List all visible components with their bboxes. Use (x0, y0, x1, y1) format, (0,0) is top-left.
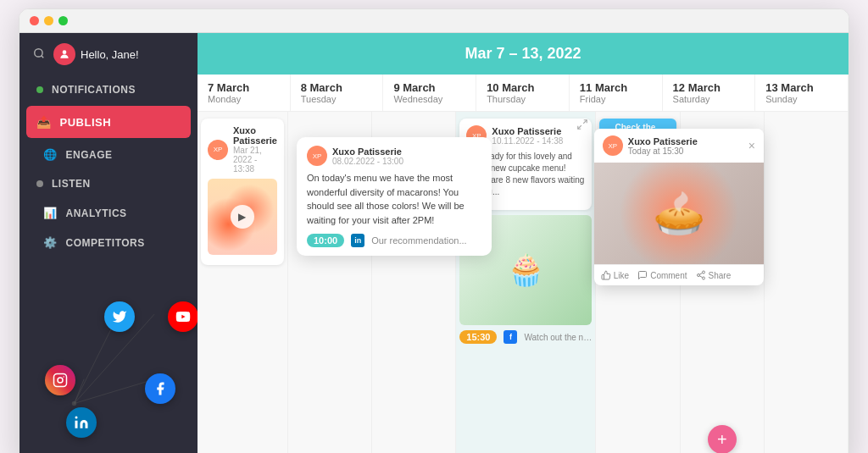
notifications-label: NOTIFICATIONS (52, 84, 136, 96)
sidebar-item-listen[interactable]: LISTEN (19, 169, 198, 198)
day-num-5: 12 March (673, 81, 745, 94)
twitter-icon[interactable] (104, 301, 135, 332)
competitors-icon: ⚙️ (43, 236, 58, 249)
fb-avatar: XP (603, 135, 623, 156)
float-card-header: XP Xuxo Patisserie 08.02.2022 - 13:00 (307, 146, 481, 166)
avatar-xuxo: XP (208, 140, 228, 160)
like-label: Like (614, 271, 629, 280)
day-num-0: 7 March (208, 81, 280, 94)
minimize-dot[interactable] (44, 16, 53, 25)
day-header-6: 13 March Sunday (755, 75, 849, 111)
notifications-dot (36, 86, 43, 93)
play-button[interactable]: ▶ (231, 205, 254, 229)
youtube-icon[interactable] (168, 301, 198, 332)
close-dot[interactable] (30, 16, 39, 25)
engage-label: ENGAGE (66, 149, 113, 161)
fb-comment-btn[interactable]: Comment (637, 270, 687, 280)
day-header-0: 7 March Monday (198, 75, 291, 111)
calendar-body: XP Xuxo Patisserie Mar 21, 2022 - 13:38 … (198, 112, 849, 453)
day-col-saturday: XP Xuxo Patisserie Today at 15:30 × 🥧 (681, 112, 765, 453)
float-card-text: On today's menu we have the most wonderf… (307, 171, 481, 227)
user-avatar (53, 43, 75, 65)
float-post-card[interactable]: XP Xuxo Patisserie 08.02.2022 - 13:00 On… (297, 137, 492, 256)
day-num-1: 8 March (301, 81, 373, 94)
add-post-button[interactable]: + (708, 425, 737, 453)
post-card-cake[interactable]: XP Xuxo Patisserie Mar 21, 2022 - 13:38 … (201, 119, 284, 265)
day-name-0: Monday (208, 94, 280, 104)
day-num-6: 13 March (765, 81, 837, 94)
sidebar-item-notifications[interactable]: NOTIFICATIONS (19, 75, 198, 104)
search-icon[interactable] (33, 47, 45, 62)
day-header-2: 9 March Wednesday (383, 75, 476, 111)
svg-point-17 (697, 274, 699, 277)
day-name-3: Thursday (487, 94, 559, 104)
calendar-header: Mar 7 – 13, 2022 (198, 33, 849, 75)
main-content: Mar 7 – 13, 2022 7 March Monday 8 March … (198, 33, 849, 453)
fb-badge-label: Watch out the new c... (524, 333, 592, 342)
day-header-3: 10 March Thursday (476, 75, 570, 111)
fb-preview-card: XP Xuxo Patisserie Today at 15:30 × 🥧 (594, 129, 764, 285)
day-name-1: Tuesday (301, 94, 373, 104)
sidebar-item-competitors[interactable]: ⚙️ COMPETITORS (19, 228, 198, 257)
svg-rect-9 (54, 374, 67, 387)
analytics-icon: 📊 (43, 207, 58, 219)
sidebar-item-engage[interactable]: 🌐 ENGAGE (19, 140, 198, 169)
day-col-sunday (765, 112, 849, 453)
analytics-label: ANALYtiCS (66, 207, 127, 219)
time-badge-orange: 15:30 (459, 330, 497, 344)
fb-preview-header: XP Xuxo Patisserie Today at 15:30 × (594, 129, 764, 163)
expand-icon[interactable] (576, 119, 588, 134)
svg-point-0 (35, 48, 42, 56)
sidebar: Hello, Jane! NOTIFICATIONS 📤 PUBLISH 🌐 E… (19, 33, 198, 453)
day-name-2: Wednesday (393, 94, 465, 104)
day-header-5: 12 March Saturday (663, 75, 756, 111)
day-name-4: Friday (580, 94, 652, 104)
day-num-4: 11 March (580, 81, 652, 94)
svg-point-7 (72, 401, 76, 406)
day-name-5: Saturday (673, 94, 745, 104)
float-avatar: XP (307, 146, 327, 166)
fb-schedule-row: 15:30 f Watch out the new c... (459, 330, 592, 344)
schedule-label: Our recommendation... (371, 235, 467, 246)
day-num-3: 10 March (487, 81, 559, 94)
svg-line-6 (75, 379, 155, 404)
cupcake-author: Xuxo Patisserie (492, 126, 563, 136)
publish-icon: 📤 (36, 115, 52, 129)
maximize-dot[interactable] (58, 16, 68, 25)
svg-rect-12 (75, 421, 78, 428)
greeting-text: Hello, Jane! (81, 48, 139, 61)
fb-like-btn[interactable]: Like (601, 270, 629, 280)
cupcake-date: 10.11.2022 - 14:38 (492, 136, 563, 146)
plus-icon: + (717, 430, 727, 450)
svg-line-15 (578, 125, 581, 129)
share-label: Share (709, 271, 732, 280)
svg-point-11 (63, 376, 64, 378)
browser-titlebar (19, 9, 849, 33)
linkedin-badge: in (351, 234, 364, 247)
publish-label: PUBLISH (60, 116, 112, 129)
post-date: Mar 21, 2022 - 13:38 (233, 146, 277, 174)
fb-close-icon[interactable]: × (748, 139, 755, 152)
svg-point-18 (702, 277, 704, 279)
day-name-6: Sunday (765, 94, 837, 104)
svg-line-19 (699, 276, 702, 278)
sidebar-item-analytics[interactable]: 📊 ANALYtiCS (19, 198, 198, 228)
svg-point-16 (702, 271, 704, 273)
fb-actions: Like Comment Share (594, 264, 764, 285)
schedule-row: 10:00 in Our recommendation... (307, 234, 481, 247)
day-col-tuesday: XP Xuxo Patisserie 08.02.2022 - 13:00 On… (288, 112, 372, 453)
linkedin-icon[interactable] (66, 407, 97, 438)
days-row: 7 March Monday 8 March Tuesday 9 March W… (198, 75, 849, 112)
fb-share-btn[interactable]: Share (696, 270, 732, 280)
float-date: 08.02.2022 - 13:00 (332, 157, 403, 166)
day-header-1: 8 March Tuesday (291, 75, 384, 111)
sidebar-item-publish[interactable]: 📤 PUBLISH (26, 106, 191, 138)
svg-line-5 (75, 379, 85, 404)
day-header-4: 11 March Friday (570, 75, 663, 111)
post-image-cake: ▶ (208, 179, 277, 255)
instagram-icon[interactable] (45, 365, 75, 395)
fb-name: Xuxo Patisserie (628, 136, 698, 146)
fb-preview-profile: XP Xuxo Patisserie Today at 15:30 (603, 135, 698, 156)
fb-badge: f (504, 330, 517, 344)
facebook-icon[interactable] (145, 373, 175, 404)
